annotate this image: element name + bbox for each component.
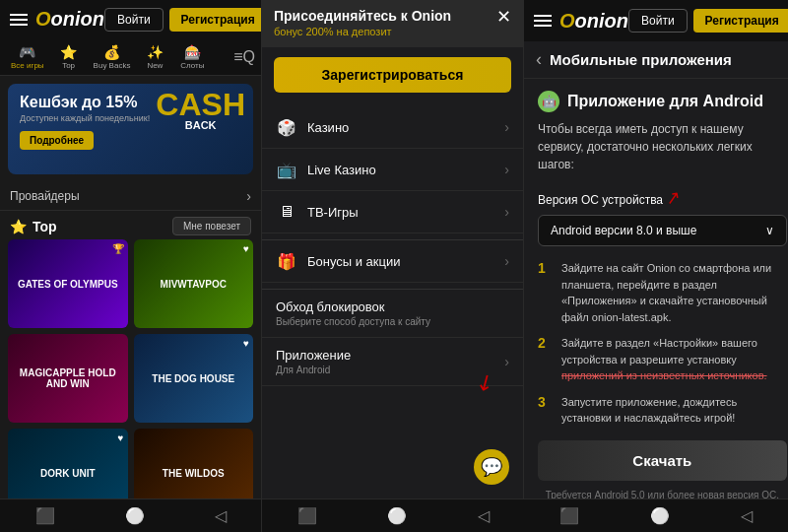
game-card-midas[interactable]: MIVWTAVPOC ♥ <box>134 239 254 328</box>
game-magic-bg: MAGICAPPLE HOLD AND WIN <box>8 334 128 423</box>
middle-panel: Присоединяйтесь к Onion бонус 200% на де… <box>261 0 524 532</box>
game-badge-gates: 🏆 <box>112 243 124 254</box>
game-card-gates[interactable]: GATES OF OLYMPUS 🏆 <box>8 239 128 328</box>
mid-bot-circle-icon[interactable]: ⚪ <box>379 504 415 527</box>
left-bot-home-icon[interactable]: ⬛ <box>28 504 63 527</box>
menu-item-tv-games[interactable]: 🖥 ТВ-Игры › <box>262 191 523 233</box>
middle-bottom-nav: ⬛ ⚪ ◁ <box>262 499 525 532</box>
cashback-detail-button[interactable]: Подробнее <box>20 131 94 150</box>
os-label: Версия ОС устройства ↗ <box>538 187 787 209</box>
right-bot-home-icon[interactable]: ⬛ <box>552 504 587 527</box>
login-button-left[interactable]: Войти <box>104 8 164 32</box>
step-3: 3 Запустите приложение, дождитесь устано… <box>538 394 787 427</box>
right-content: 🤖 Приложение для Android Чтобы всегда им… <box>524 79 788 499</box>
new-icon: ✨ <box>147 44 164 60</box>
game-badge-dork: ♥ <box>118 432 124 443</box>
nav-item-new[interactable]: ✨ New <box>137 41 172 73</box>
nav-item-top[interactable]: ⭐ Top <box>51 41 87 73</box>
live-casino-chevron-icon: › <box>504 162 509 177</box>
live-casino-icon: 📺 <box>276 159 297 180</box>
top-icon: ⭐ <box>60 44 77 60</box>
game-card-wildos[interactable]: THE WILDOS <box>134 429 254 499</box>
logo-right: Oonion <box>559 10 628 33</box>
left-bot-back-icon[interactable]: ◁ <box>207 504 234 527</box>
game-card-dork[interactable]: DORK UNIT ♥ <box>8 429 128 499</box>
game-gates-bg: GATES OF OLYMPUS <box>8 239 128 328</box>
red-arrow-annotation: ↙ <box>471 366 499 398</box>
nav-item-all[interactable]: 🎮 Все игры <box>6 41 49 73</box>
tv-games-icon: 🖥 <box>276 201 297 223</box>
cashback-visual: CASH BACK <box>156 89 245 131</box>
game-doghouse-bg: THE DOG HOUSE <box>134 334 254 423</box>
left-header-buttons: Войти Регистрация <box>104 8 267 32</box>
casino-chevron-icon: › <box>504 119 509 135</box>
middle-menu-container: 🎲 Казино › 📺 Live Казино › 🖥 ТВ-Игры › 🎁 <box>262 102 523 499</box>
bonus-icon: 🎁 <box>276 250 297 272</box>
game-card-magic[interactable]: MAGICAPPLE HOLD AND WIN <box>8 334 128 423</box>
app-chevron-icon: › <box>504 354 509 369</box>
left-navigation: 🎮 Все игры ⭐ Top 💰 Buy Backs ✨ New 🎰 Сло… <box>0 38 261 76</box>
games-grid: GATES OF OLYMPUS 🏆 MIVWTAVPOC ♥ MAGICAPP… <box>0 239 261 499</box>
register-button-left[interactable]: Регистрация <box>169 8 267 32</box>
hamburger-menu-icon-right[interactable] <box>534 15 552 27</box>
casino-icon: 🎲 <box>276 116 297 138</box>
luck-button[interactable]: Мне повезет <box>172 217 251 235</box>
step-1: 1 Зайдите на сайт Onion со смартфона или… <box>538 260 787 325</box>
middle-header-title: Присоединяйтесь к Onion <box>274 8 451 24</box>
game-badge-midas: ♥ <box>243 243 249 254</box>
right-header-buttons: Войти Регистрация <box>628 9 788 33</box>
register-button-right[interactable]: Регистрация <box>693 9 788 33</box>
right-bot-circle-icon[interactable]: ⚪ <box>642 504 678 527</box>
game-badge-doghouse: ♥ <box>243 338 249 349</box>
steps-list: 1 Зайдите на сайт Onion со смартфона или… <box>538 260 787 427</box>
middle-header-sub: бонус 200% на депозит <box>274 26 451 37</box>
step-2: 2 Зайдите в раздел «Настройки» вашего ус… <box>538 335 787 384</box>
register-button-middle[interactable]: Зарегистрироваться <box>274 57 511 93</box>
app-section-title: 🤖 Приложение для Android <box>538 91 787 112</box>
close-button-middle[interactable]: ✕ <box>496 8 511 26</box>
download-button[interactable]: Скачать <box>538 440 787 481</box>
middle-header-text: Присоединяйтесь к Onion бонус 200% на де… <box>274 8 451 37</box>
bonus-chevron-icon: › <box>504 253 509 269</box>
os-select-dropdown[interactable]: Android версии 8.0 и выше ∨ <box>538 215 787 246</box>
providers-label: Провайдеры <box>10 189 80 203</box>
back-button[interactable]: ‹ <box>536 49 542 70</box>
hamburger-menu-icon[interactable] <box>10 14 28 26</box>
game-card-doghouse[interactable]: THE DOG HOUSE ♥ <box>134 334 254 423</box>
login-button-right[interactable]: Войти <box>628 9 688 33</box>
game-dork-bg: DORK UNIT <box>8 429 128 499</box>
required-arrow-icon: ↗ <box>665 186 684 210</box>
star-icon: ⭐ <box>10 219 27 234</box>
right-title-bar: ‹ Мобильные приложения <box>524 41 788 79</box>
left-header-left: Oonion <box>10 8 104 31</box>
middle-header: Присоединяйтесь к Onion бонус 200% на де… <box>262 0 523 47</box>
right-panel: Oonion Войти Регистрация ‹ Мобильные при… <box>524 0 788 532</box>
mid-bot-back-icon[interactable]: ◁ <box>470 504 497 527</box>
app-description: Чтобы всегда иметь доступ к нашему серви… <box>538 120 787 173</box>
middle-menu: 🎲 Казино › 📺 Live Казино › 🖥 ТВ-Игры › 🎁 <box>262 102 523 390</box>
menu-item-bypass[interactable]: Обход блокировок Выберите способ доступа… <box>262 290 523 338</box>
mid-bot-home-icon[interactable]: ⬛ <box>290 504 325 527</box>
chat-fab-button[interactable]: 💬 <box>474 449 509 485</box>
buy-icon: 💰 <box>103 44 120 60</box>
bypass-section: Обход блокировок Выберите способ доступа… <box>262 289 523 386</box>
right-page-title: Мобильные приложения <box>550 51 732 68</box>
chevron-down-icon: ∨ <box>765 224 774 237</box>
menu-item-app[interactable]: Приложение Для Android › ↙ <box>262 338 523 386</box>
providers-row[interactable]: Провайдеры › <box>0 182 261 211</box>
left-bot-circle-icon[interactable]: ⚪ <box>117 504 153 527</box>
menu-item-casino[interactable]: 🎲 Казино › <box>262 106 523 149</box>
slots-icon: 🎰 <box>184 44 201 60</box>
game-wildos-bg: THE WILDOS <box>134 429 254 499</box>
android-icon: 🤖 <box>538 91 559 112</box>
top-section-header: ⭐ Top Мне повезет <box>0 211 261 239</box>
game-midas-bg: MIVWTAVPOC <box>134 239 254 328</box>
right-header: Oonion Войти Регистрация <box>524 0 788 41</box>
menu-item-bonus[interactable]: 🎁 Бонусы и акции › <box>262 239 523 283</box>
search-button-left[interactable]: ≡Q <box>233 48 255 66</box>
menu-item-live-casino[interactable]: 📺 Live Казино › <box>262 149 523 191</box>
nav-item-slots[interactable]: 🎰 Слоты <box>174 41 210 73</box>
right-bot-back-icon[interactable]: ◁ <box>733 504 760 527</box>
nav-item-buy[interactable]: 💰 Buy Backs <box>89 41 136 73</box>
all-games-icon: 🎮 <box>19 44 35 60</box>
